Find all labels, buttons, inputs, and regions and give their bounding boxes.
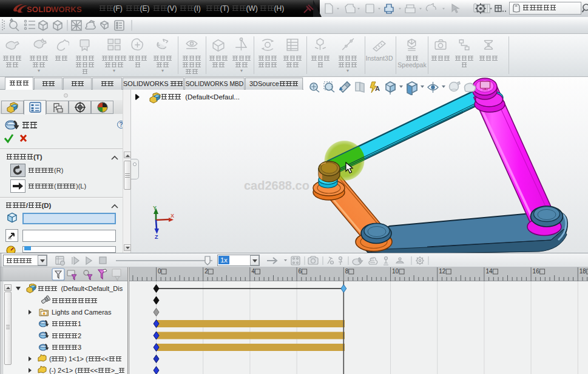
svg-text:A: A	[375, 85, 380, 92]
svg-text:18: 18	[580, 268, 587, 275]
svg-text:12: 12	[439, 268, 446, 275]
svg-text:14: 14	[485, 268, 493, 275]
svg-text:10: 10	[392, 268, 399, 275]
svg-text:4: 4	[251, 268, 255, 275]
svg-text:Y: Y	[153, 205, 157, 211]
svg-text:X: X	[171, 213, 174, 219]
svg-text:cad2688.co: cad2688.co	[244, 179, 309, 192]
svg-text:6: 6	[299, 268, 302, 275]
svg-text:2: 2	[204, 268, 208, 275]
svg-text:16: 16	[533, 268, 540, 275]
svg-text:Z: Z	[155, 234, 158, 240]
svg-text:8: 8	[345, 268, 349, 275]
svg-text:0: 0	[158, 268, 161, 275]
